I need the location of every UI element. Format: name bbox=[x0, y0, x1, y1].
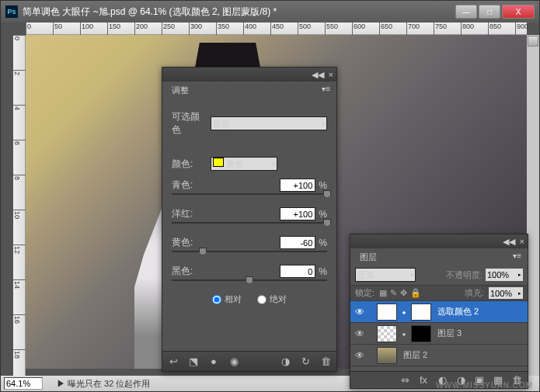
blend-mode-select[interactable]: 正常▾ bbox=[355, 268, 416, 282]
slider-track[interactable] bbox=[172, 279, 327, 281]
relative-radio[interactable]: 相对 bbox=[212, 293, 242, 305]
document-title: 简单调色 大眼仔 ~旭.psd @ 64.1% (选取颜色 2, 图层蒙版/8)… bbox=[23, 5, 455, 19]
app-window: Ps 简单调色 大眼仔 ~旭.psd @ 64.1% (选取颜色 2, 图层蒙版… bbox=[0, 0, 540, 392]
slider-thumb[interactable] bbox=[323, 219, 331, 227]
slider-thumb[interactable] bbox=[199, 248, 207, 255]
layer-name[interactable]: 选取颜色 2 bbox=[437, 306, 479, 317]
layers-panel[interactable]: ◀◀ × 图层 ▾≡ 正常▾ 不透明度: 100%▸ 锁定: ▦ ✎ ✥ 🔒 填… bbox=[350, 234, 528, 389]
layer-row[interactable]: 👁图层 2 bbox=[350, 345, 528, 366]
slider-洋红:[interactable]: 洋红:% bbox=[172, 207, 327, 224]
adjustment-icon[interactable]: ◑ bbox=[455, 374, 467, 387]
lock-all-icon[interactable]: 🔒 bbox=[410, 288, 421, 298]
visibility-icon[interactable]: 👁 bbox=[354, 328, 366, 339]
lock-label: 锁定: bbox=[355, 287, 375, 299]
ruler-vertical[interactable]: 024681012141618 bbox=[13, 35, 26, 376]
slider-黄色:[interactable]: 黄色:% bbox=[172, 236, 327, 252]
adjustments-panel[interactable]: ◀◀ × 调整 ▾≡ 可选颜色 自定▾ 颜色: 黄色 ▾ 青色:%洋红:%黄色:… bbox=[162, 67, 337, 372]
opacity-input[interactable]: 100%▸ bbox=[486, 269, 523, 281]
layer-row[interactable]: 👁�◑⬥选取颜色 2 bbox=[350, 301, 528, 323]
adjustment-thumb: �◑ bbox=[377, 304, 397, 321]
mask-thumb bbox=[411, 325, 431, 342]
layer-name[interactable]: 图层 3 bbox=[437, 328, 462, 339]
slider-track[interactable] bbox=[172, 222, 327, 224]
fill-input[interactable]: 100%▸ bbox=[489, 287, 523, 299]
slider-value[interactable] bbox=[280, 236, 315, 249]
visibility-icon[interactable]: 👁 bbox=[354, 307, 366, 317]
reset-icon[interactable]: ↻ bbox=[299, 356, 312, 368]
lock-transparent-icon[interactable]: ▦ bbox=[379, 288, 387, 298]
ruler-horizontal[interactable]: 0501001502002503003504004505005506006507… bbox=[26, 23, 527, 35]
trash-icon[interactable]: 🗑 bbox=[510, 374, 523, 387]
titlebar[interactable]: Ps 简单调色 大眼仔 ~旭.psd @ 64.1% (选取颜色 2, 图层蒙版… bbox=[1, 1, 539, 23]
layer-thumb bbox=[377, 325, 397, 342]
minimize-button[interactable]: — bbox=[455, 5, 477, 19]
section-label: 可选颜色 bbox=[172, 110, 206, 137]
slider-track[interactable] bbox=[172, 251, 327, 252]
clip-icon[interactable]: ● bbox=[207, 356, 220, 368]
expand-icon[interactable]: ⬔ bbox=[187, 356, 200, 368]
panel-header[interactable]: ◀◀ × bbox=[350, 234, 528, 248]
view-icon[interactable]: ◉ bbox=[228, 356, 240, 368]
close-icon[interactable]: × bbox=[329, 70, 333, 79]
layers-tab[interactable]: 图层 bbox=[354, 250, 383, 265]
absolute-radio[interactable]: 绝对 bbox=[257, 293, 287, 305]
back-icon[interactable]: ↩ bbox=[167, 356, 179, 368]
adjustments-tab[interactable]: 调整 bbox=[165, 83, 195, 98]
slider-track[interactable] bbox=[172, 193, 327, 195]
layer-row[interactable]: 👁⬥图层 3 bbox=[350, 323, 528, 345]
collapse-icon[interactable]: ◀◀ bbox=[312, 70, 324, 80]
visibility-icon[interactable]: 👁 bbox=[354, 350, 366, 361]
color-select[interactable]: 黄色 ▾ bbox=[211, 157, 277, 171]
opacity-label: 不透明度: bbox=[446, 269, 483, 281]
mask-thumb bbox=[411, 304, 431, 321]
layer-name[interactable]: 图层 2 bbox=[403, 349, 427, 361]
scrollbar-vertical[interactable] bbox=[527, 35, 539, 376]
slider-thumb[interactable] bbox=[246, 276, 253, 284]
slider-青色:[interactable]: 青色:% bbox=[172, 179, 327, 195]
zoom-input[interactable] bbox=[4, 377, 43, 390]
fx-icon[interactable]: fx bbox=[417, 374, 430, 387]
slider-黑色:[interactable]: 黑色:% bbox=[172, 265, 327, 281]
slider-value[interactable] bbox=[280, 207, 315, 220]
panel-menu-icon[interactable]: ▾≡ bbox=[507, 248, 528, 263]
link-icon[interactable]: ⇔ bbox=[399, 374, 411, 387]
color-label: 颜色: bbox=[172, 158, 206, 171]
panel-header[interactable]: ◀◀ × bbox=[162, 68, 336, 82]
trash-icon[interactable]: 🗑 bbox=[319, 356, 332, 368]
close-button[interactable]: X bbox=[502, 5, 535, 19]
layers-footer: ⇔ fx ◐ ◑ ▣ ▦ 🗑 bbox=[350, 371, 528, 388]
prev-icon[interactable]: ◑ bbox=[279, 356, 291, 368]
maximize-button[interactable]: □ bbox=[479, 5, 500, 19]
status-info: ▶ 曝光只在 32 位起作用 bbox=[57, 378, 150, 390]
close-icon[interactable]: × bbox=[520, 237, 524, 246]
app-icon: Ps bbox=[5, 5, 18, 18]
mask-icon[interactable]: ◐ bbox=[436, 374, 448, 387]
panel-menu-icon[interactable]: ▾≡ bbox=[315, 82, 336, 96]
collapse-icon[interactable]: ◀◀ bbox=[503, 237, 515, 247]
slider-value[interactable] bbox=[280, 265, 315, 278]
lock-paint-icon[interactable]: ✎ bbox=[390, 288, 397, 298]
preset-select[interactable]: 自定▾ bbox=[211, 116, 327, 130]
layer-thumb bbox=[377, 347, 397, 364]
new-layer-icon[interactable]: ▦ bbox=[492, 374, 504, 387]
layer-list: 👁�◑⬥选取颜色 2👁⬥图层 3👁图层 2 bbox=[350, 301, 528, 366]
fill-label: 填充: bbox=[465, 287, 484, 299]
slider-thumb[interactable] bbox=[323, 190, 331, 198]
group-icon[interactable]: ▣ bbox=[473, 374, 486, 387]
adjustments-footer: ↩ ⬔ ● ◉ ◑ ↻ 🗑 bbox=[162, 351, 336, 371]
lock-move-icon[interactable]: ✥ bbox=[400, 288, 407, 298]
slider-value[interactable] bbox=[280, 179, 315, 192]
